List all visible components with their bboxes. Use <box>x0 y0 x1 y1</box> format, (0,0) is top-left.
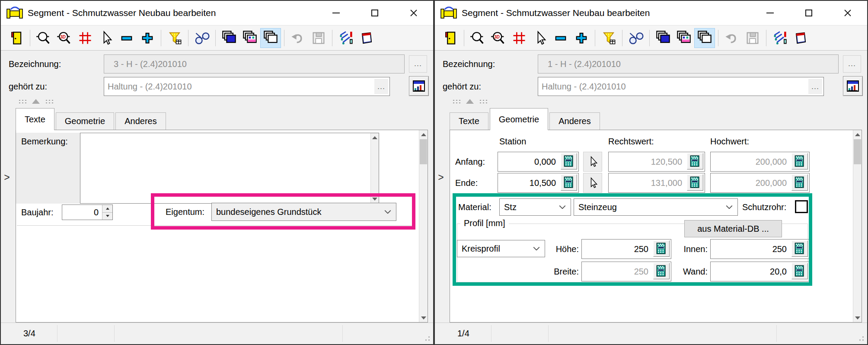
zoom-out-button[interactable] <box>550 28 571 48</box>
open-parent-button[interactable] <box>409 76 429 96</box>
scroll-up-button[interactable] <box>419 130 428 139</box>
tab-geometrie[interactable]: Geometrie <box>56 112 114 130</box>
help-button[interactable] <box>356 28 377 48</box>
windows-pink-button[interactable] <box>239 28 260 48</box>
ende-rechtswert-field[interactable]: 131,000 <box>608 173 705 193</box>
calculator-button[interactable] <box>687 153 703 169</box>
center-button[interactable] <box>75 28 96 48</box>
calculator-button[interactable] <box>561 174 577 191</box>
minimize-button[interactable] <box>316 1 355 25</box>
help-button[interactable] <box>790 28 811 48</box>
windows-blue-button[interactable] <box>219 28 239 48</box>
save-button[interactable] <box>742 28 763 48</box>
minimize-button[interactable] <box>750 1 789 25</box>
exit-button[interactable] <box>6 28 27 48</box>
save-button[interactable] <box>308 28 329 48</box>
windows-blue-button[interactable] <box>653 28 673 48</box>
spin-down-button[interactable] <box>102 213 112 220</box>
calculator-button[interactable] <box>791 240 808 257</box>
tab-geometrie[interactable]: Geometrie <box>490 108 548 130</box>
wand-field[interactable]: 20,0 <box>710 262 810 281</box>
material-code-combobox[interactable]: Stz <box>499 198 571 216</box>
textarea-scrollbar[interactable] <box>370 133 379 203</box>
splitter-handle[interactable] <box>18 98 54 105</box>
bezeichnung-browse-button[interactable]: ... <box>409 55 427 73</box>
search-button[interactable] <box>625 28 646 48</box>
anfang-rechtswert-field[interactable]: 120,500 <box>608 152 705 172</box>
calculator-button[interactable] <box>653 263 670 279</box>
content-scrollbar[interactable] <box>853 130 862 322</box>
close-button[interactable] <box>828 1 867 25</box>
innen-field[interactable]: 250 <box>710 239 810 259</box>
anfang-hochwert-field[interactable]: 200,000 <box>710 152 810 172</box>
zoom-button[interactable] <box>467 28 488 48</box>
windows-front-button[interactable] <box>694 28 715 48</box>
scrollbar-thumb[interactable] <box>854 139 861 164</box>
content-scrollbar[interactable] <box>419 130 428 322</box>
calculator-button[interactable] <box>653 240 670 257</box>
undo-button[interactable] <box>287 28 308 48</box>
zoom-3d-button[interactable] <box>54 28 75 48</box>
filter-button[interactable] <box>598 28 619 48</box>
material-name-combobox[interactable]: Steinzeug <box>574 198 738 216</box>
calculator-button[interactable] <box>791 263 808 279</box>
resize-grip[interactable] <box>857 334 865 342</box>
search-button[interactable] <box>191 28 212 48</box>
material-db-button[interactable]: aus Material-DB ... <box>684 220 782 237</box>
tab-anderes[interactable]: Anderes <box>115 112 166 130</box>
tab-anderes[interactable]: Anderes <box>549 112 600 130</box>
calculator-button[interactable] <box>791 153 808 169</box>
splitter-handle[interactable] <box>452 98 488 105</box>
gehoert-zu-field[interactable]: Haltung - (2.4)201010 ... <box>538 77 824 96</box>
breite-field[interactable]: 250 <box>581 262 671 281</box>
undo-button[interactable] <box>721 28 742 48</box>
ende-station-field[interactable]: 10,500 <box>498 173 579 193</box>
calculator-button[interactable] <box>561 153 577 169</box>
renumber-button[interactable] <box>769 28 790 48</box>
windows-front-button[interactable] <box>260 28 281 48</box>
side-panel-expander[interactable]: > <box>436 169 446 185</box>
maximize-button[interactable] <box>789 1 828 25</box>
zoom-in-button[interactable] <box>137 28 158 48</box>
tab-texte[interactable]: Texte <box>16 108 54 130</box>
open-parent-button[interactable] <box>843 76 863 96</box>
profil-type-combobox[interactable]: Kreisprofil <box>457 240 545 257</box>
bezeichnung-browse-button[interactable]: ... <box>843 55 861 73</box>
bemerkung-textarea[interactable] <box>80 133 379 204</box>
gehoert-zu-field[interactable]: Haltung - (2.4)201010 ... <box>104 77 390 96</box>
scroll-up-button[interactable] <box>371 133 379 142</box>
scroll-up-button[interactable] <box>853 130 862 139</box>
exit-button[interactable] <box>440 28 461 48</box>
maximize-button[interactable] <box>355 1 394 25</box>
center-button[interactable] <box>509 28 530 48</box>
calculator-button[interactable] <box>687 174 703 191</box>
bezeichnung-field[interactable]: 1 - H - (2.4)201010 <box>538 54 839 73</box>
scroll-down-button[interactable] <box>371 195 379 203</box>
tab-texte[interactable]: Texte <box>450 112 488 130</box>
close-button[interactable] <box>394 1 433 25</box>
bezeichnung-field[interactable]: 3 - H - (2.4)201010 <box>104 54 405 73</box>
windows-pink-button[interactable] <box>673 28 694 48</box>
side-panel-expander[interactable]: > <box>2 169 12 185</box>
gehoert-zu-browse-button[interactable]: ... <box>374 79 388 94</box>
baujahr-spinner[interactable]: 0 <box>62 204 113 220</box>
calculator-button[interactable] <box>791 174 808 191</box>
select-button[interactable] <box>96 28 116 48</box>
zoom-out-button[interactable] <box>116 28 137 48</box>
scrollbar-thumb[interactable] <box>420 139 427 164</box>
scroll-down-button[interactable] <box>853 313 862 322</box>
zoom-in-button[interactable] <box>571 28 592 48</box>
ende-pick-button[interactable] <box>583 173 602 193</box>
ende-hochwert-field[interactable]: 200,000 <box>710 173 810 193</box>
renumber-button[interactable] <box>335 28 356 48</box>
zoom-3d-button[interactable] <box>488 28 509 48</box>
resize-grip[interactable] <box>423 334 431 342</box>
anfang-station-field[interactable]: 0,000 <box>498 152 579 172</box>
zoom-button[interactable] <box>33 28 54 48</box>
select-button[interactable] <box>530 28 550 48</box>
gehoert-zu-browse-button[interactable]: ... <box>808 79 822 94</box>
spin-up-button[interactable] <box>102 205 112 213</box>
filter-button[interactable] <box>164 28 185 48</box>
schutzrohr-checkbox[interactable] <box>795 200 808 213</box>
anfang-pick-button[interactable] <box>583 152 602 172</box>
